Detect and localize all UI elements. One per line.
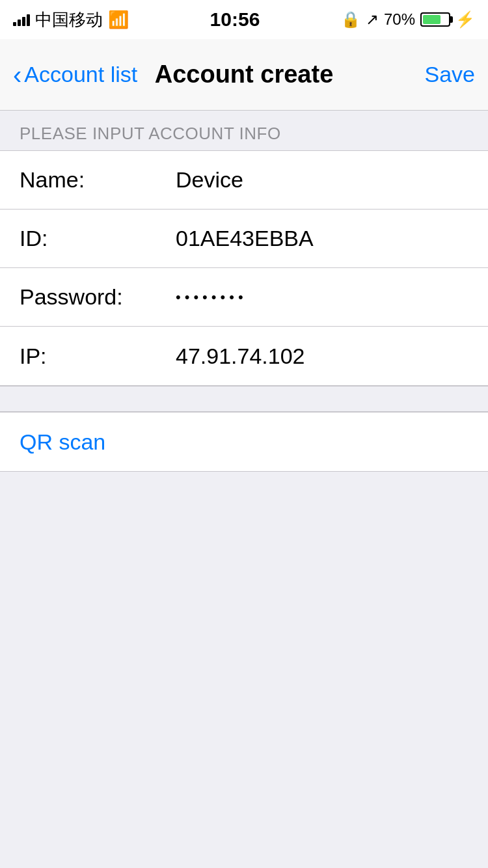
save-button[interactable]: Save	[425, 62, 476, 87]
ip-label: IP:	[20, 344, 176, 369]
battery-percent: 70%	[384, 10, 415, 29]
qr-section: QR scan	[0, 412, 488, 472]
chevron-left-icon: ‹	[13, 62, 21, 88]
carrier-label: 中国移动	[35, 8, 103, 31]
status-left: 中国移动 📶	[13, 8, 129, 31]
back-button[interactable]: ‹ Account list	[13, 62, 137, 88]
qr-row: QR scan	[0, 413, 488, 471]
ip-value[interactable]: 47.91.74.102	[176, 344, 468, 369]
charging-icon: ⚡	[455, 10, 475, 29]
id-label: ID:	[20, 226, 176, 251]
bottom-area	[0, 472, 488, 830]
id-value[interactable]: 01AE43EBBA	[176, 226, 468, 251]
name-row: Name: Device	[0, 151, 488, 210]
back-label: Account list	[24, 62, 137, 87]
nav-bar: ‹ Account list Account create Save	[0, 39, 488, 111]
password-label: Password:	[20, 284, 176, 310]
name-value[interactable]: Device	[176, 167, 468, 193]
battery-icon	[420, 12, 450, 27]
lock-icon: 🔒	[341, 10, 360, 29]
name-label: Name:	[20, 167, 176, 193]
form-section: Name: Device ID: 01AE43EBBA Password: ••…	[0, 150, 488, 386]
location-icon: ↗	[366, 10, 379, 29]
status-right: 🔒 ↗ 70% ⚡	[341, 10, 475, 29]
password-value[interactable]: ••••••••	[176, 289, 468, 306]
status-bar: 中国移动 📶 10:56 🔒 ↗ 70% ⚡	[0, 0, 488, 39]
password-row: Password: ••••••••	[0, 268, 488, 327]
ip-row: IP: 47.91.74.102	[0, 327, 488, 385]
qr-scan-button[interactable]: QR scan	[20, 429, 105, 455]
section-gap	[0, 386, 488, 412]
signal-bars-icon	[13, 13, 30, 26]
id-row: ID: 01AE43EBBA	[0, 210, 488, 268]
status-time: 10:56	[210, 8, 260, 31]
wifi-icon: 📶	[108, 10, 129, 30]
form-section-header: PLEASE INPUT ACCOUNT INFO	[0, 111, 488, 150]
nav-title: Account create	[155, 61, 334, 88]
